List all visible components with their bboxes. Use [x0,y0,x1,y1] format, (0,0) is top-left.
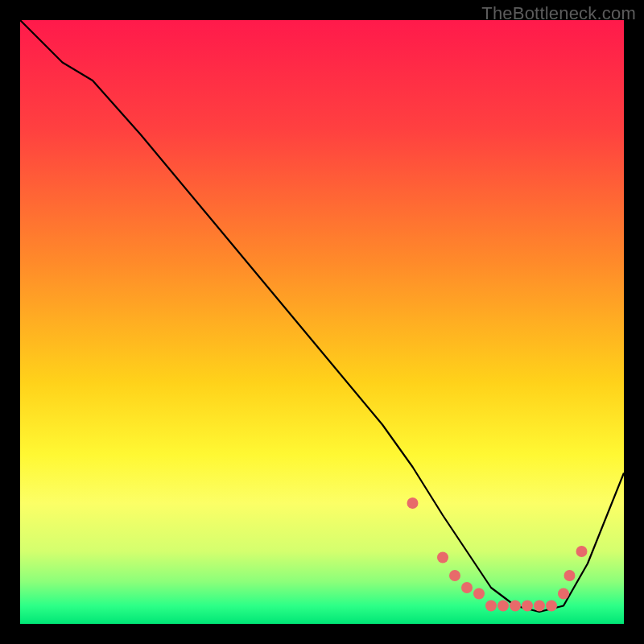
marker-dot [473,588,485,600]
marker-dot [485,601,497,612]
marker-dot [546,601,557,612]
marker-dot [522,601,533,612]
chart-stage: TheBottleneck.com [0,0,644,644]
marker-dot [497,601,509,612]
marker-dot [534,601,545,612]
chart-svg [20,20,624,624]
marker-dot [576,546,588,557]
marker-dot [449,570,460,581]
marker-dot [437,552,448,564]
marker-dot [558,588,569,600]
plot-area [20,20,624,624]
gradient-background [20,20,624,624]
marker-dot [461,582,473,593]
marker-dot [407,497,419,509]
marker-dot [564,570,576,581]
marker-dot [510,601,521,612]
